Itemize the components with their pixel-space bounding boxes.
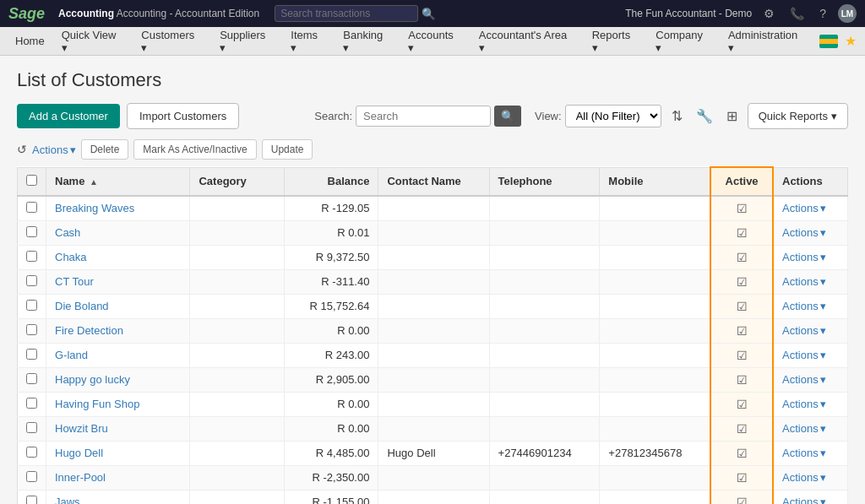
import-customers-button[interactable]: Import Customers: [127, 103, 239, 129]
nav-item-items[interactable]: Items ▾: [284, 25, 333, 57]
row-checkbox[interactable]: [26, 422, 37, 433]
row-mobile: [600, 343, 710, 367]
row-checkbox[interactable]: [26, 324, 37, 335]
row-name[interactable]: Chaka: [46, 245, 190, 269]
nav-item-customers[interactable]: Customers ▾: [134, 25, 209, 57]
row-checkbox[interactable]: [26, 471, 37, 482]
row-name[interactable]: Howzit Bru: [46, 416, 190, 441]
row-actions-cell: Actions ▾: [773, 269, 848, 294]
row-category: [190, 294, 285, 318]
row-contact-name: [378, 196, 489, 221]
row-actions-button[interactable]: Actions ▾: [782, 349, 826, 361]
row-category: [190, 465, 285, 490]
row-name[interactable]: Hugo Dell: [46, 441, 190, 465]
row-balance: R 0.00: [285, 392, 378, 416]
nav-item-suppliers[interactable]: Suppliers ▾: [213, 25, 280, 57]
filter-icon[interactable]: 🔧: [693, 106, 716, 126]
row-checkbox[interactable]: [26, 300, 37, 311]
nav-item-quick-view[interactable]: Quick View ▾: [55, 25, 132, 57]
avatar[interactable]: LM: [838, 4, 857, 23]
row-balance: R -311.40: [285, 269, 378, 294]
select-all-checkbox[interactable]: [26, 175, 37, 186]
actions-row: ↺ Actions ▾ Delete Mark As Active/Inacti…: [17, 139, 848, 160]
nav-item-reports[interactable]: Reports ▾: [585, 25, 646, 57]
row-checkbox[interactable]: [26, 226, 37, 237]
row-category: [190, 220, 285, 245]
update-button[interactable]: Update: [262, 139, 313, 160]
header-balance[interactable]: Balance: [285, 167, 378, 196]
mark-active-inactive-button[interactable]: Mark As Active/Inactive: [133, 139, 256, 160]
row-name[interactable]: Die Boland: [46, 294, 190, 318]
row-balance: R -2,350.00: [285, 465, 378, 490]
top-search-button[interactable]: 🔍: [422, 8, 436, 20]
row-name[interactable]: Jaws: [46, 490, 190, 504]
row-name[interactable]: Cash: [46, 220, 190, 245]
delete-button[interactable]: Delete: [81, 139, 129, 160]
nav-item-administration[interactable]: Administration ▾: [721, 25, 813, 57]
row-mobile: [600, 490, 710, 504]
nav-item-company[interactable]: Company ▾: [649, 25, 718, 57]
row-actions-cell: Actions ▾: [773, 392, 848, 416]
row-checkbox[interactable]: [26, 275, 37, 286]
search-button[interactable]: 🔍: [494, 106, 521, 127]
row-checkbox[interactable]: [26, 496, 37, 505]
row-actions-button[interactable]: Actions ▾: [782, 275, 826, 288]
nav-item-home[interactable]: Home: [8, 31, 52, 51]
row-checkbox[interactable]: [26, 373, 37, 384]
row-mobile: [600, 196, 710, 221]
row-category: [190, 343, 285, 367]
nav-item-accountants-area[interactable]: Accountant's Area ▾: [472, 25, 582, 57]
help-icon[interactable]: ?: [816, 5, 830, 22]
view-select[interactable]: All (No Filter) Active Inactive: [565, 105, 661, 127]
row-checkbox[interactable]: [26, 349, 37, 360]
table-header-row: Name ▲ Category Balance Contact Name Tel…: [18, 167, 848, 196]
header-mobile[interactable]: Mobile: [600, 167, 710, 196]
row-actions-button[interactable]: Actions ▾: [782, 447, 826, 459]
row-name[interactable]: Breaking Waves: [46, 196, 190, 221]
phone-icon[interactable]: 📞: [786, 5, 808, 22]
header-name[interactable]: Name ▲: [46, 167, 190, 196]
row-name[interactable]: Happy go lucky: [46, 367, 190, 392]
row-actions-button[interactable]: Actions ▾: [782, 300, 826, 312]
header-telephone[interactable]: Telephone: [489, 167, 600, 196]
row-actions-button[interactable]: Actions ▾: [782, 496, 826, 504]
row-actions-button[interactable]: Actions ▾: [782, 373, 826, 386]
row-actions-button[interactable]: Actions ▾: [782, 471, 826, 484]
row-name[interactable]: Having Fun Shop: [46, 392, 190, 416]
sort-icon[interactable]: ⇅: [668, 106, 686, 126]
columns-icon[interactable]: ⊞: [723, 106, 741, 126]
search-input[interactable]: [356, 106, 491, 127]
row-checkbox[interactable]: [26, 398, 37, 409]
row-actions-button[interactable]: Actions ▾: [782, 422, 826, 435]
header-active[interactable]: Active: [710, 167, 773, 196]
row-checkbox-cell: [18, 294, 46, 318]
quick-reports-button[interactable]: Quick Reports ▾: [748, 103, 848, 129]
row-actions-cell: Actions ▾: [773, 245, 848, 269]
row-name[interactable]: CT Tour: [46, 269, 190, 294]
row-actions-button[interactable]: Actions ▾: [782, 251, 826, 263]
row-contact-name: [378, 220, 489, 245]
row-checkbox[interactable]: [26, 447, 37, 458]
actions-dropdown-button[interactable]: Actions ▾: [32, 144, 76, 156]
row-checkbox[interactable]: [26, 202, 37, 213]
add-customer-button[interactable]: Add a Customer: [17, 104, 120, 128]
search-label: Search:: [314, 110, 352, 122]
table-row: Fire Detection R 0.00 ☑ Actions ▾: [18, 318, 848, 343]
top-search-input[interactable]: [275, 5, 418, 22]
row-actions-button[interactable]: Actions ▾: [782, 202, 826, 214]
row-checkbox[interactable]: [26, 251, 37, 262]
row-actions-button[interactable]: Actions ▾: [782, 398, 826, 410]
nav-item-accounts[interactable]: Accounts ▾: [401, 25, 468, 57]
settings-icon[interactable]: ⚙: [760, 5, 778, 22]
header-category[interactable]: Category: [190, 167, 285, 196]
header-contact-name[interactable]: Contact Name: [378, 167, 489, 196]
row-name[interactable]: Fire Detection: [46, 318, 190, 343]
row-contact-name: [378, 465, 489, 490]
row-actions-label: Actions: [782, 398, 819, 410]
row-actions-button[interactable]: Actions ▾: [782, 324, 826, 337]
row-name[interactable]: G-land: [46, 343, 190, 367]
row-name[interactable]: Inner-Pool: [46, 465, 190, 490]
row-actions-button[interactable]: Actions ▾: [782, 226, 826, 239]
row-actions-chevron-icon: ▾: [820, 496, 826, 504]
nav-item-banking[interactable]: Banking ▾: [336, 25, 398, 57]
